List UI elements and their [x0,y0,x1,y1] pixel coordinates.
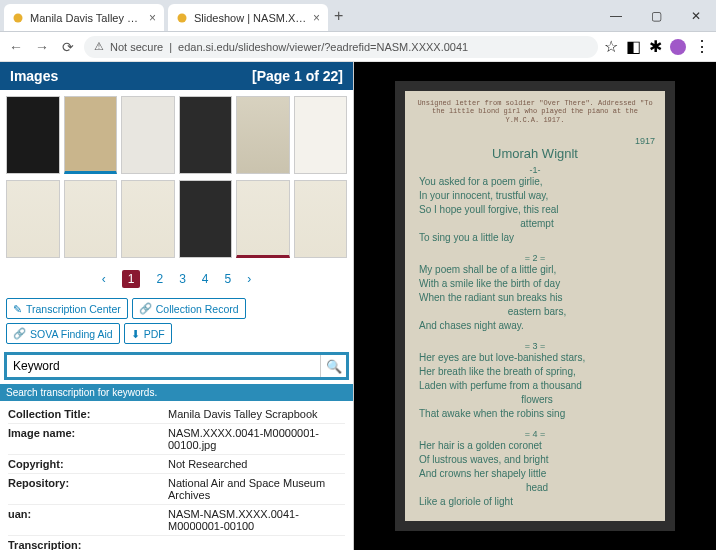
keyword-search: 🔍 [4,352,349,380]
thumbnail[interactable] [64,96,118,174]
stanza-num: = 4 = [415,429,655,439]
images-title: Images [10,68,58,84]
meta-row: uan:NASM-NASM.XXXX.0041-M0000001-00100 [8,504,345,535]
keyword-input[interactable] [7,355,320,377]
security-label: Not secure [110,41,163,53]
back-button[interactable]: ← [6,39,26,55]
browser-titlebar: Manila Davis Talley Scrapbook × Slidesho… [0,0,716,32]
window-controls: — ▢ ✕ [596,0,716,31]
stanza-num: = 3 = [415,341,655,351]
minimize-button[interactable]: — [596,0,636,31]
meta-row: Copyright:Not Researched [8,454,345,473]
search-icon: 🔍 [326,359,342,374]
pagination: ‹ 1 2 3 4 5 › [0,264,353,294]
pager-page[interactable]: 3 [179,272,186,286]
thumbnail[interactable] [179,180,233,258]
thumbnail[interactable] [236,96,290,174]
search-button[interactable]: 🔍 [320,355,346,377]
address-bar: ← → ⟳ ⚠ Not secure | edan.si.edu/slidesh… [0,32,716,62]
transcription-center-link[interactable]: ✎Transcription Center [6,298,128,319]
url-field[interactable]: ⚠ Not secure | edan.si.edu/slideshow/vie… [84,36,598,58]
thumbnail[interactable] [6,180,60,258]
pager-prev[interactable]: ‹ [102,272,106,286]
thumbnail[interactable] [121,96,175,174]
security-icon: ⚠ [94,40,104,53]
download-icon: ⬇ [131,328,140,340]
svg-point-0 [14,13,23,22]
thumbnail[interactable] [294,180,348,258]
browser-tab-1[interactable]: Manila Davis Talley Scrapbook × [4,4,164,31]
maximize-button[interactable]: ▢ [636,0,676,31]
stanza: Her hair is a golden coronet Of lustrous… [415,439,655,509]
meta-row: Repository:National Air and Space Museum… [8,473,345,504]
favicon-icon [176,12,188,24]
profile-avatar[interactable] [670,39,686,55]
keyword-hint: Search transcription for keywords. [0,384,353,401]
pager-page[interactable]: 1 [122,270,141,288]
link-icon: 🔗 [139,302,152,315]
thumbnail[interactable] [294,96,348,174]
sidebar-panel: Images [Page 1 of 22] ‹ 1 2 3 4 5 › [0,62,354,550]
favicon-icon [12,12,24,24]
tab-label: Manila Davis Talley Scrapbook [30,12,143,24]
metadata-panel: Collection Title:Manila Davis Talley Scr… [0,401,353,550]
thumbnail[interactable] [179,96,233,174]
document-frame: Unsigned letter from soldier "Over There… [395,81,675,531]
images-page-indicator: [Page 1 of 22] [252,68,343,84]
transcription-label: Transcription: [8,535,345,550]
close-button[interactable]: ✕ [676,0,716,31]
pencil-icon: ✎ [13,303,22,315]
resource-links: ✎Transcription Center 🔗Collection Record… [0,294,353,348]
image-viewer[interactable]: Unsigned letter from soldier "Over There… [354,62,716,550]
meta-row: Image name:NASM.XXXX.0041-M0000001-00100… [8,423,345,454]
meta-row: Collection Title:Manila Davis Talley Scr… [8,405,345,423]
thumbnail[interactable] [236,180,290,258]
stanza: Her eyes are but love-banished stars, He… [415,351,655,421]
star-icon[interactable]: ☆ [604,37,618,56]
browser-extensions: ☆ ◧ ✱ ⋮ [604,37,710,56]
url-text: edan.si.edu/slideshow/viewer/?eadrefid=N… [178,41,468,53]
collection-record-link[interactable]: 🔗Collection Record [132,298,246,319]
reload-button[interactable]: ⟳ [58,39,78,55]
new-tab-button[interactable]: + [334,7,343,25]
tab-label: Slideshow | NASM.XXXX.0041 [194,12,307,24]
thumbnail[interactable] [6,96,60,174]
images-header: Images [Page 1 of 22] [0,62,353,90]
close-icon[interactable]: × [149,11,156,25]
forward-button[interactable]: → [32,39,52,55]
thumbnail[interactable] [64,180,118,258]
doc-title: Umorah Wignlt [415,146,655,161]
link-icon: 🔗 [13,327,26,340]
sova-finding-aid-link[interactable]: 🔗SOVA Finding Aid [6,323,120,344]
menu-icon[interactable]: ⋮ [694,37,710,56]
close-icon[interactable]: × [313,11,320,25]
stanza: My poem shall be of a little girl, With … [415,263,655,333]
doc-date: 1917 [415,136,655,146]
stanza-num: = 2 = [415,253,655,263]
extensions-menu-icon[interactable]: ✱ [649,37,662,56]
document-page: Unsigned letter from soldier "Over There… [405,91,665,521]
browser-tab-2[interactable]: Slideshow | NASM.XXXX.0041 × [168,4,328,31]
pager-page[interactable]: 4 [202,272,209,286]
extension-icon[interactable]: ◧ [626,37,641,56]
pager-next[interactable]: › [247,272,251,286]
thumbnail-grid [0,90,353,264]
svg-point-1 [178,13,187,22]
stanza-num: -1- [415,165,655,175]
pager-page[interactable]: 2 [156,272,163,286]
typed-header: Unsigned letter from soldier "Over There… [415,99,655,124]
thumbnail[interactable] [121,180,175,258]
pdf-link[interactable]: ⬇PDF [124,323,172,344]
pager-page[interactable]: 5 [225,272,232,286]
stanza: You asked for a poem girlie, In your inn… [415,175,655,245]
